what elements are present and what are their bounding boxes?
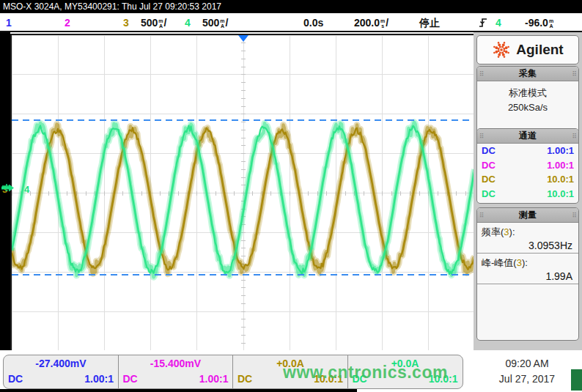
channel-4-button[interactable]: 4 xyxy=(185,15,191,30)
title-bar: MSO-X 3024A, MY53400291: Thu Jul 27 09:2… xyxy=(0,0,582,13)
brand-name: Agilent xyxy=(516,42,563,58)
channel-3-scale[interactable]: 500mA/ xyxy=(141,15,166,30)
trigger-level[interactable]: -96.0mA xyxy=(525,15,554,30)
window-title: MSO-X 3024A, MY53400291: Thu Jul 27 09:2… xyxy=(3,1,221,12)
channel-4-row[interactable]: DC 10.0:1 xyxy=(477,187,578,201)
drag-grip-icon[interactable]: ⠿ xyxy=(572,70,576,78)
ch4-probe-ratio: 10.0:1 xyxy=(547,187,574,201)
agilent-logo-icon xyxy=(492,40,511,59)
ch1-coupling-label: DC xyxy=(8,371,23,386)
ch4-unit: mA xyxy=(220,18,224,29)
channels-header[interactable]: ⠿ 通道 ⠿ xyxy=(477,129,578,144)
oscilloscope-screen: MSO-X 3024A, MY53400291: Thu Jul 27 09:2… xyxy=(0,0,582,392)
ch3-coupling: DC xyxy=(482,172,496,187)
pkpk-measurement-value: 1.99A xyxy=(477,270,578,284)
ch2-coupling-label: DC xyxy=(123,371,138,386)
screen-corner-block xyxy=(571,369,582,391)
measure-header[interactable]: ⠿ 测量 ⠿ xyxy=(477,208,578,223)
ch2-coupling: DC xyxy=(482,158,496,173)
acquisition-mode: 标准模式 xyxy=(477,86,578,100)
drag-grip-icon[interactable]: ⠿ xyxy=(479,212,484,219)
ground-icon xyxy=(1,184,12,191)
ch1-probe-ratio: 1.00:1 xyxy=(547,144,574,158)
run-state[interactable]: 停止 xyxy=(419,15,440,30)
clock[interactable]: 09:20 AM Jul 27, 2017 xyxy=(475,356,579,387)
ch1-ratio-label: 1.00:1 xyxy=(84,371,114,386)
ch3-probe-ratio: 10.0:1 xyxy=(547,172,574,187)
acquisition-title: 采集 xyxy=(519,67,537,80)
ch2-offset-panel[interactable]: -15.400mV DC1.00:1 xyxy=(118,355,234,389)
channels-panel[interactable]: ⠿ 通道 ⠿ DC 1.00:1 DC 1.00:1 DC 10.0:1 DC … xyxy=(476,128,579,204)
timebase-unit: ms xyxy=(380,18,385,29)
ch3-unit: mA xyxy=(158,18,163,29)
ch2-offset-value: -15.400mV xyxy=(119,355,233,371)
channel-2-row[interactable]: DC 1.00:1 xyxy=(477,158,578,173)
plot-overlay xyxy=(12,35,475,351)
channels-title: 通道 xyxy=(519,130,537,142)
acquisition-header[interactable]: ⠿ 采集 ⠿ xyxy=(477,67,578,81)
freq-measurement-label: 频率(3): xyxy=(477,223,578,239)
clock-time: 09:20 AM xyxy=(475,356,579,371)
channel-3-row[interactable]: DC 10.0:1 xyxy=(477,172,578,187)
channel-3-button[interactable]: 3 xyxy=(123,15,129,30)
sample-rate: 250kSa/s xyxy=(477,100,578,115)
ch2-ratio-label: 1.00:1 xyxy=(199,371,229,386)
trigger-slope-icon xyxy=(479,17,488,32)
ch4-coupling: DC xyxy=(482,187,496,201)
brand-panel: Agilent xyxy=(476,35,579,64)
status-bar: 1 2 3 500mA/ 4 500mA/ 0.0s 200.0ms/ 停止 4… xyxy=(0,13,582,32)
drag-grip-icon[interactable]: ⠿ xyxy=(479,70,484,78)
trigger-position-marker xyxy=(238,35,248,42)
channel-2-button[interactable]: 2 xyxy=(65,15,70,30)
ch3-coupling-label: DC xyxy=(237,371,252,386)
drag-grip-icon[interactable]: ⠿ xyxy=(572,212,576,219)
bottom-bezel xyxy=(0,389,357,392)
horizontal-delay[interactable]: 0.0s xyxy=(303,15,323,30)
measure-title: 测量 xyxy=(519,209,537,221)
trigger-level-unit: mA xyxy=(549,18,553,29)
channel-4-scale[interactable]: 500mA/ xyxy=(202,15,228,30)
channel-ground-markers[interactable]: 3 4 xyxy=(1,184,35,206)
watermark: www.cntronics.com xyxy=(283,363,448,382)
sidebar: Agilent ⠿ 采集 ⠿ 标准模式 250kSa/s ⠿ 通道 ⠿ DC 1… xyxy=(474,32,582,350)
ch1-coupling: DC xyxy=(482,144,496,158)
channel-1-button[interactable]: 1 xyxy=(6,15,12,30)
trigger-source[interactable]: 4 xyxy=(496,15,501,30)
ch1-offset-panel[interactable]: -27.400mV DC1.00:1 xyxy=(3,355,119,389)
ch1-offset-value: -27.400mV xyxy=(4,355,118,371)
freq-measurement-value: 3.0953Hz xyxy=(477,239,578,254)
drag-grip-icon[interactable]: ⠿ xyxy=(479,133,484,140)
timebase-setting[interactable]: 200.0ms/ xyxy=(354,15,388,30)
channel-1-row[interactable]: DC 1.00:1 xyxy=(477,144,578,158)
waveform-display: 3 4 xyxy=(10,34,476,352)
measure-panel[interactable]: ⠿ 测量 ⠿ 频率(3): 3.0953Hz 峰-峰值(3): 1.99A xyxy=(476,207,579,341)
drag-grip-icon[interactable]: ⠿ xyxy=(572,133,576,140)
clock-date: Jul 27, 2017 xyxy=(475,371,579,387)
ch4-ground-marker[interactable]: 4 xyxy=(24,184,29,195)
pkpk-measurement-label: 峰-峰值(3): xyxy=(477,254,578,270)
ch2-probe-ratio: 1.00:1 xyxy=(547,158,574,173)
